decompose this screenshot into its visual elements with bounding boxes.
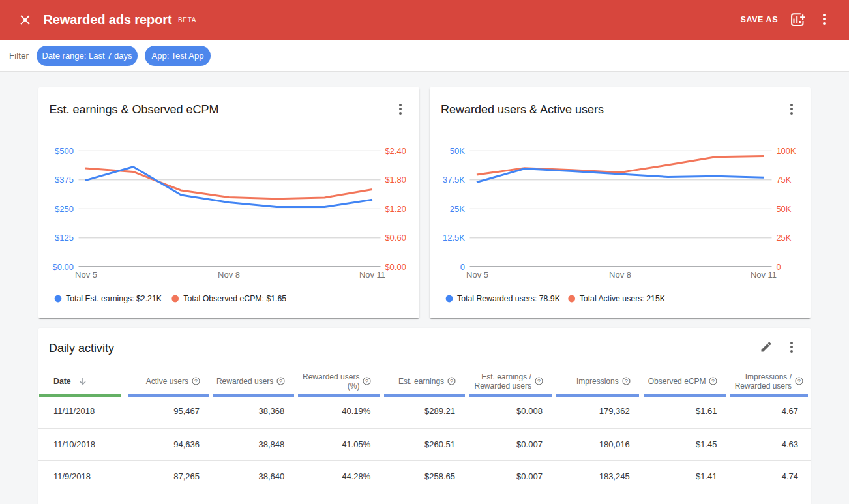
svg-text:$0.00: $0.00 xyxy=(385,262,406,272)
svg-text:$375: $375 xyxy=(55,175,74,185)
svg-text:Nov 11: Nov 11 xyxy=(359,270,385,280)
svg-text:?: ? xyxy=(365,378,368,385)
svg-text:$0.00: $0.00 xyxy=(52,262,74,272)
svg-text:$1.80: $1.80 xyxy=(385,175,406,185)
svg-text:37.5K: 37.5K xyxy=(443,175,465,185)
svg-text:50K: 50K xyxy=(450,146,465,156)
svg-text:Nov 5: Nov 5 xyxy=(466,270,488,280)
svg-text:$2.40: $2.40 xyxy=(385,146,406,156)
svg-text:$500: $500 xyxy=(55,146,74,156)
svg-text:?: ? xyxy=(797,378,801,385)
svg-text:Nov 8: Nov 8 xyxy=(218,270,240,280)
svg-text:?: ? xyxy=(537,378,541,385)
svg-text:?: ? xyxy=(625,378,628,385)
svg-text:100K: 100K xyxy=(776,146,796,156)
svg-text:25K: 25K xyxy=(776,233,791,243)
svg-text:Nov 11: Nov 11 xyxy=(751,270,777,280)
svg-text:Total Observed eCPM: $1.65: Total Observed eCPM: $1.65 xyxy=(183,294,286,303)
svg-text:12.5K: 12.5K xyxy=(443,233,465,243)
svg-text:$1.20: $1.20 xyxy=(385,204,406,214)
svg-text:25K: 25K xyxy=(450,204,465,214)
svg-text:Total Active users: 215K: Total Active users: 215K xyxy=(580,294,666,303)
svg-text:?: ? xyxy=(279,378,282,385)
svg-text:?: ? xyxy=(194,378,198,385)
svg-text:Nov 5: Nov 5 xyxy=(75,270,97,280)
svg-text:Total Rewarded users: 78.9K: Total Rewarded users: 78.9K xyxy=(457,294,561,303)
svg-text:$250: $250 xyxy=(55,204,74,214)
svg-text:?: ? xyxy=(450,378,453,385)
svg-text:75K: 75K xyxy=(776,175,791,185)
svg-text:?: ? xyxy=(712,378,715,385)
svg-text:50K: 50K xyxy=(776,204,791,214)
svg-text:$0.60: $0.60 xyxy=(385,233,406,243)
svg-text:Nov 8: Nov 8 xyxy=(609,270,631,280)
svg-text:0: 0 xyxy=(776,262,781,272)
svg-text:$125: $125 xyxy=(55,233,74,243)
svg-text:Total Est. earnings: $2.21K: Total Est. earnings: $2.21K xyxy=(66,294,162,303)
svg-text:0: 0 xyxy=(460,262,465,272)
